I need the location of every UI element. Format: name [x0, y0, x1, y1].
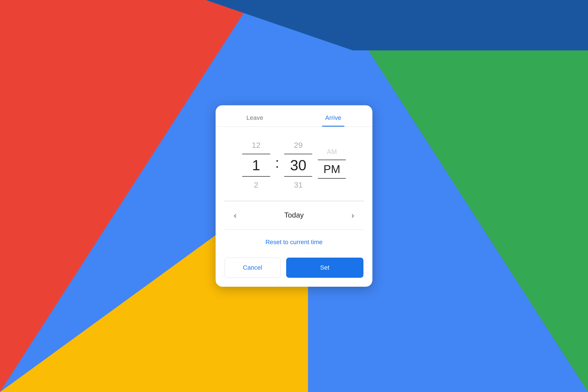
reset-button[interactable]: Reset to current time — [265, 239, 323, 246]
minute-current[interactable]: 30 — [284, 154, 312, 177]
next-day-button[interactable]: › — [347, 209, 359, 221]
time-picker: 12 1 2 : 29 30 31 AM PM — [216, 127, 372, 201]
time-picker-dialog: Leave Arrive 12 1 2 : 29 30 31 — [216, 105, 372, 287]
tab-leave[interactable]: Leave — [216, 105, 294, 127]
tab-arrive[interactable]: Arrive — [294, 105, 372, 127]
hour-current[interactable]: 1 — [242, 154, 270, 177]
current-date-label: Today — [284, 211, 304, 220]
prev-day-button[interactable]: ‹ — [229, 209, 241, 221]
cancel-button[interactable]: Cancel — [225, 258, 281, 278]
ampm-column[interactable]: AM PM — [315, 145, 349, 185]
ampm-current[interactable]: PM — [318, 160, 346, 179]
button-row: Cancel Set — [216, 255, 372, 287]
minute-below: 31 — [294, 177, 303, 192]
dialog-overlay: Leave Arrive 12 1 2 : 29 30 31 — [0, 0, 588, 392]
minute-above: 29 — [294, 138, 303, 154]
hour-column[interactable]: 12 1 2 — [239, 138, 273, 192]
hour-below: 2 — [254, 177, 258, 192]
tab-bar: Leave Arrive — [216, 105, 372, 127]
minute-column[interactable]: 29 30 31 — [281, 138, 315, 192]
set-button[interactable]: Set — [286, 258, 363, 278]
date-nav: ‹ Today › — [216, 201, 372, 229]
ampm-above: AM — [327, 145, 337, 160]
hour-above: 12 — [252, 138, 260, 154]
time-colon: : — [273, 154, 281, 171]
reset-section: Reset to current time — [216, 230, 372, 255]
